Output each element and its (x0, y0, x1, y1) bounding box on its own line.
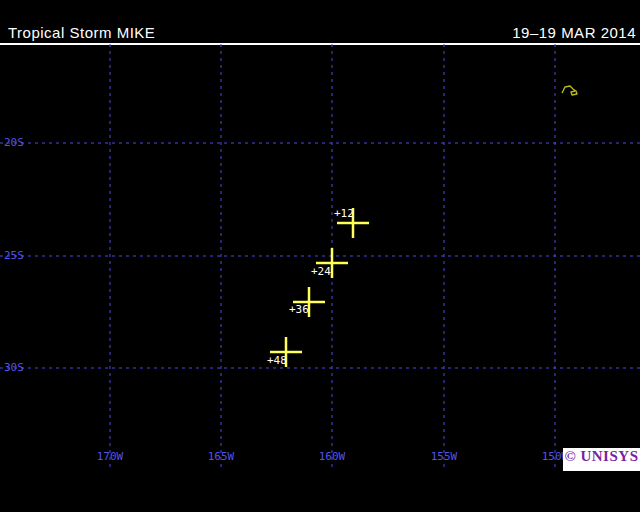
forecast-label-+12: +12 (334, 208, 354, 219)
lon-label-160W: 160W (319, 451, 346, 462)
lat-label-30S: 30S (4, 362, 24, 373)
lon-label-155W: 155W (431, 451, 458, 462)
forecast-label-+36: +36 (289, 304, 309, 315)
unisys-logo: © UNISYS (563, 448, 640, 471)
lon-label-170W: 170W (97, 451, 124, 462)
map-canvas (0, 0, 640, 512)
lat-label-25S: 25S (4, 250, 24, 261)
forecast-label-+24: +24 (311, 266, 331, 277)
forecast-label-+48: +48 (267, 355, 287, 366)
storm-track-map: Tropical Storm MIKE 19–19 MAR 2014 170W1… (0, 0, 640, 512)
lat-label-20S: 20S (4, 137, 24, 148)
lon-label-165W: 165W (208, 451, 235, 462)
storm-track-path (562, 86, 577, 95)
